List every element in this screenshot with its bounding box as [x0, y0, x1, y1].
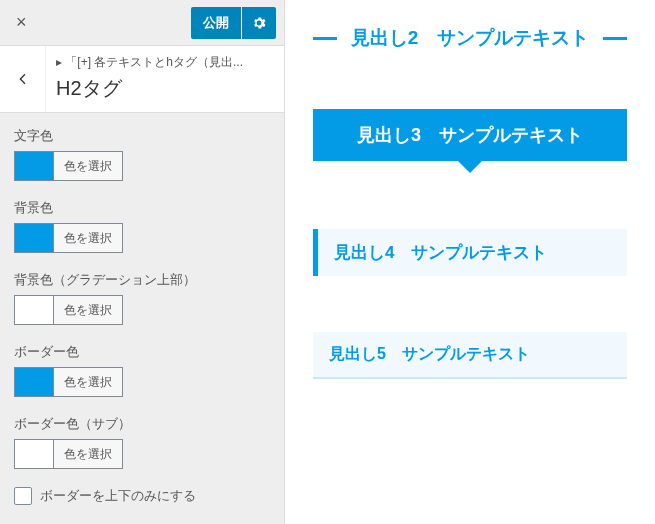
breadcrumb-path: ▸ 「[+] 各テキストとhタグ（見出...: [56, 54, 274, 71]
control-border-tb-only: ボーダーを上下のみにする: [14, 487, 270, 505]
control-bg-color: 背景色 色を選択: [14, 199, 270, 253]
breadcrumb-row: ▸ 「[+] 各テキストとhタグ（見出... H2タグ: [0, 46, 284, 113]
select-color-button[interactable]: 色を選択: [54, 151, 123, 181]
select-color-button[interactable]: 色を選択: [54, 295, 123, 325]
heading4-sample: 見出し4 サンプルテキスト: [313, 229, 627, 276]
heading2-line-right: [603, 37, 627, 40]
preview-pane: 見出し2 サンプルテキスト 見出し3 サンプルテキスト 見出し4 サンプルテキス…: [285, 0, 655, 524]
color-swatch[interactable]: [14, 223, 54, 253]
controls-panel: 文字色 色を選択 背景色 色を選択 背景色（グラデーション上部） 色を選択 ボー…: [0, 113, 284, 519]
select-color-button[interactable]: 色を選択: [54, 367, 123, 397]
settings-button[interactable]: [242, 7, 276, 39]
heading2-text: 見出し2 サンプルテキスト: [349, 24, 591, 53]
color-swatch[interactable]: [14, 439, 54, 469]
color-swatch[interactable]: [14, 151, 54, 181]
color-swatch[interactable]: [14, 295, 54, 325]
topbar: × 公開: [0, 0, 284, 46]
heading2-line-left: [313, 37, 337, 40]
close-button[interactable]: ×: [12, 8, 31, 37]
select-color-button[interactable]: 色を選択: [54, 223, 123, 253]
heading2-sample: 見出し2 サンプルテキスト: [313, 24, 627, 53]
control-text-color: 文字色 色を選択: [14, 127, 270, 181]
control-label: ボーダー色（サブ）: [14, 415, 270, 433]
section-title: H2タグ: [56, 75, 274, 102]
gear-icon: [252, 16, 266, 30]
color-swatch[interactable]: [14, 367, 54, 397]
heading5-sample: 見出し5 サンプルテキスト: [313, 332, 627, 379]
control-label: 背景色: [14, 199, 270, 217]
topbar-actions: 公開: [191, 7, 276, 39]
control-border-color: ボーダー色 色を選択: [14, 343, 270, 397]
control-label: 文字色: [14, 127, 270, 145]
customizer-sidebar: × 公開 ▸ 「[+] 各テキストとhタグ（見出... H2タグ 文字色 色を選…: [0, 0, 285, 524]
back-button[interactable]: [0, 46, 46, 112]
select-color-button[interactable]: 色を選択: [54, 439, 123, 469]
chevron-left-icon: [15, 71, 31, 87]
publish-button[interactable]: 公開: [191, 7, 241, 39]
checkbox-label: ボーダーを上下のみにする: [40, 487, 196, 505]
control-label: ボーダー色: [14, 343, 270, 361]
control-label: 背景色（グラデーション上部）: [14, 271, 270, 289]
checkbox[interactable]: [14, 487, 32, 505]
control-border-sub: ボーダー色（サブ） 色を選択: [14, 415, 270, 469]
heading3-sample: 見出し3 サンプルテキスト: [313, 109, 627, 161]
control-bg-grad-top: 背景色（グラデーション上部） 色を選択: [14, 271, 270, 325]
breadcrumb-texts: ▸ 「[+] 各テキストとhタグ（見出... H2タグ: [46, 46, 284, 112]
